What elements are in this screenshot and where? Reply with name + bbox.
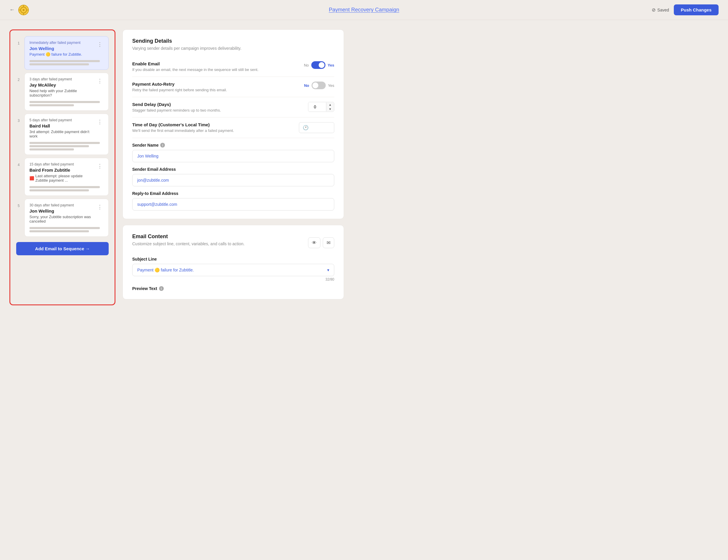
- logo-icon: [18, 5, 29, 15]
- sender-email-label: Sender Email Address: [132, 167, 334, 172]
- back-icon: ←: [9, 7, 15, 13]
- item-menu-2[interactable]: ⋮: [96, 77, 104, 85]
- payment-auto-retry-label-group: Payment Auto-Retry Retry the failed paym…: [132, 82, 297, 92]
- increment-button[interactable]: ▲: [326, 102, 334, 107]
- send-delay-input[interactable]: [308, 102, 326, 112]
- toggle-thumb: [312, 82, 318, 88]
- sequence-item[interactable]: 2 3 days after failed payment Jay McAlil…: [24, 73, 109, 111]
- sender-name-info-icon: i: [160, 143, 165, 148]
- preview-button[interactable]: 👁: [308, 237, 320, 248]
- sender-name-input[interactable]: [132, 150, 334, 162]
- reply-to-label: Reply-to Email Address: [132, 191, 334, 196]
- preview-line: [29, 60, 100, 62]
- subject-line-select[interactable]: Payment 🟡 failure for Zubtitle. ▾: [132, 264, 334, 276]
- enable-email-yes-label: Yes: [328, 63, 334, 67]
- email-content-card: Email Content Customize subject line, co…: [123, 225, 344, 299]
- send-delay-label: Send Delay (Days): [132, 102, 301, 107]
- sequence-item[interactable]: 3 5 days after failed payment Baird Hall…: [24, 114, 109, 155]
- subject-line-group: Subject Line Payment 🟡 failure for Zubti…: [132, 257, 334, 281]
- enable-email-toggle[interactable]: [311, 61, 325, 69]
- item-preview-2: [29, 101, 104, 106]
- item-left-2: 3 days after failed payment Jay McAliley…: [29, 77, 96, 99]
- preview-text-label: Preview Text i: [132, 286, 334, 291]
- payment-auto-retry-toggle[interactable]: [312, 82, 326, 89]
- send-test-button[interactable]: ✉: [323, 237, 334, 248]
- send-icon: ✉: [327, 240, 330, 245]
- preview-line: [29, 230, 89, 232]
- send-delay-control: ▲ ▼: [308, 102, 334, 112]
- item-menu-3[interactable]: ⋮: [96, 118, 104, 126]
- sender-email-group: Sender Email Address: [132, 167, 334, 186]
- send-delay-input-wrapper: ▲ ▼: [308, 102, 334, 112]
- time-of-day-label: Time of Day (Customer's Local Time): [132, 122, 292, 127]
- details-panel: Sending Details Varying sender details p…: [123, 29, 344, 305]
- item-header-2: 3 days after failed payment Jay McAliley…: [29, 77, 104, 99]
- preview-line: [29, 186, 100, 188]
- payment-auto-retry-row: Payment Auto-Retry Retry the failed paym…: [132, 77, 334, 97]
- item-menu-5[interactable]: ⋮: [96, 203, 104, 211]
- subject-line-label: Subject Line: [132, 257, 334, 261]
- email-content-title-group: Email Content Customize subject line, co…: [132, 233, 244, 252]
- preview-line: [29, 189, 89, 191]
- item-timing-3: 5 days after failed payment: [29, 118, 96, 122]
- sender-name-label-text: Sender Name: [132, 143, 158, 148]
- time-input-wrapper[interactable]: 🕐: [299, 122, 334, 133]
- enable-email-no-label: No: [304, 63, 309, 67]
- item-timing-2: 3 days after failed payment: [29, 77, 96, 81]
- payment-auto-retry-control: No Yes: [304, 82, 334, 89]
- send-delay-desc: Stagger failed payment reminders up to t…: [132, 108, 274, 112]
- toggle-thumb: [319, 62, 325, 68]
- back-button[interactable]: ←: [9, 7, 15, 13]
- email-content-subtitle: Customize subject line, content, variabl…: [132, 241, 244, 246]
- item-subject-5: Sorry, your Zubtitle subscription was ca…: [29, 215, 96, 223]
- item-preview-5: [29, 227, 104, 232]
- sequence-item[interactable]: 4 15 days after failed payment Baird Fro…: [24, 158, 109, 196]
- header-left: ←: [9, 5, 29, 15]
- preview-line: [29, 148, 74, 150]
- item-subject-3: 3rd attempt: Zubtitle payment didn't wor…: [29, 130, 96, 138]
- item-left-1: Immediately after failed payment Jon Wel…: [29, 41, 96, 58]
- push-changes-button[interactable]: Push Changes: [674, 4, 719, 15]
- time-of-day-control: 🕐: [299, 122, 334, 133]
- sequence-items-wrapper: 1 Immediately after failed payment Jon W…: [16, 36, 109, 237]
- number-arrows: ▲ ▼: [326, 102, 334, 111]
- item-left-5: 30 days after failed payment Jon Welling…: [29, 203, 96, 225]
- add-email-button[interactable]: Add Email to Sequence →: [16, 242, 109, 255]
- item-menu-1[interactable]: ⋮: [96, 41, 104, 48]
- saved-check-icon: ⊘: [652, 7, 656, 13]
- payment-retry-yes-label: Yes: [328, 83, 334, 88]
- preview-text-info-icon: i: [159, 286, 164, 291]
- decrement-button[interactable]: ▼: [326, 107, 334, 111]
- enable-email-desc: If you disable an email, the next messag…: [132, 67, 274, 72]
- reply-to-input[interactable]: [132, 198, 334, 211]
- header-center: Payment Recovery Campaign: [329, 7, 399, 13]
- item-menu-4[interactable]: ⋮: [96, 162, 104, 170]
- email-content-title: Email Content: [132, 233, 244, 240]
- chevron-down-icon: ▾: [327, 268, 329, 272]
- item-subject-4: 🟥 Last attempt: please update Zubtitle p…: [29, 174, 96, 183]
- enable-email-label-group: Enable Email If you disable an email, th…: [132, 61, 297, 72]
- sender-email-input[interactable]: [132, 174, 334, 186]
- sequence-panel: 1 Immediately after failed payment Jon W…: [9, 29, 115, 305]
- campaign-title[interactable]: Payment Recovery Campaign: [329, 7, 399, 13]
- send-delay-label-group: Send Delay (Days) Stagger failed payment…: [132, 102, 301, 112]
- item-left-4: 15 days after failed payment Baird From …: [29, 162, 96, 184]
- sender-name-label: Sender Name i: [132, 143, 334, 148]
- saved-status: ⊘ Saved: [652, 7, 669, 13]
- preview-line: [29, 227, 100, 229]
- item-number-4: 4: [18, 163, 20, 167]
- item-preview-3: [29, 142, 104, 150]
- item-subject-2: Need help with your Zubtitle subscriptio…: [29, 89, 96, 97]
- preview-line: [29, 104, 74, 106]
- sequence-item[interactable]: 1 Immediately after failed payment Jon W…: [24, 36, 109, 70]
- email-content-header: Email Content Customize subject line, co…: [132, 233, 334, 252]
- reply-to-group: Reply-to Email Address: [132, 191, 334, 211]
- saved-label: Saved: [657, 8, 669, 12]
- sequence-item[interactable]: 5 30 days after failed payment Jon Welli…: [24, 199, 109, 237]
- item-header-4: 15 days after failed payment Baird From …: [29, 162, 104, 184]
- header: ← Payment Recovery Campaign ⊘ Saved Push…: [0, 0, 728, 20]
- item-header-5: 30 days after failed payment Jon Welling…: [29, 203, 104, 225]
- preview-line: [29, 145, 89, 147]
- enable-email-label: Enable Email: [132, 61, 297, 66]
- item-name-2: Jay McAliley: [29, 82, 96, 87]
